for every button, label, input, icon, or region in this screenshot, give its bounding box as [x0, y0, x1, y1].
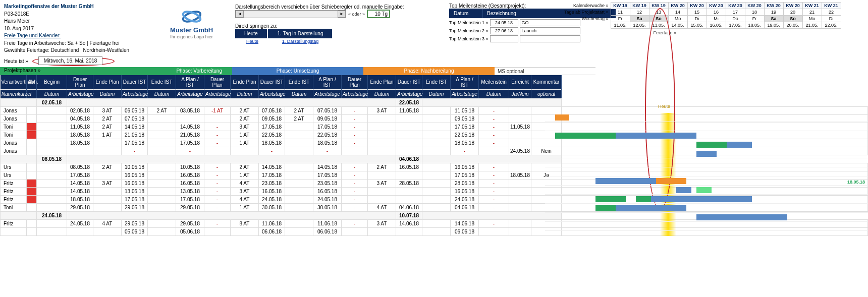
free-days-link[interactable]: Freie Tage und Kalender: — [4, 32, 148, 40]
scroll-left-icon[interactable]: ◄ — [236, 11, 244, 18]
gantt-bar — [651, 196, 752, 202]
holidays-text: Gewählte Feiertage: Deutschland | Nordrh… — [4, 47, 148, 54]
holidays-label: Feiertage » — [653, 30, 676, 35]
cal-cell: 20.05. — [783, 22, 802, 29]
milestone2-date[interactable] — [490, 27, 518, 34]
cal-cell: So — [649, 16, 668, 22]
cal-cell: KW 20 — [707, 3, 726, 9]
milestone3-label: Top Meilenstein 3 » — [449, 36, 489, 41]
free-days-text: Freie Tage in Arbeitswoche: Sa + So | Fe… — [4, 40, 148, 47]
project-code: P03-2018E — [4, 11, 148, 18]
cal-cell: 12 — [630, 9, 649, 16]
today-label: Heute ist » — [4, 58, 28, 64]
cal-cell: 11 — [611, 9, 630, 16]
cal-cell: Mo — [668, 16, 687, 22]
col-header: Erreicht — [509, 75, 531, 90]
cal-cell: KW 19 — [630, 3, 649, 9]
col-header: Δ Plan / IST — [313, 75, 342, 90]
phases-label: Projektphasen » — [4, 68, 40, 73]
view-scrollbar[interactable]: ◄ ► — [235, 10, 346, 18]
gantt-bar — [595, 205, 616, 211]
cal-cell: 16 — [707, 9, 726, 16]
cal-cell: So — [783, 16, 802, 22]
logo-subtext: Ihr eigenes Logo hier — [170, 34, 213, 39]
cal-cell: Sa — [630, 16, 649, 22]
phase-post: Phase: Nachbereitung — [363, 67, 495, 75]
firstday-link[interactable]: 1. Darstellungstag — [282, 39, 319, 44]
col-header: Dauer Plan — [67, 75, 93, 90]
cal-cell: Fr — [611, 16, 630, 22]
cal-cell: KW 20 — [726, 3, 745, 9]
col-header: Ende IST — [285, 75, 313, 90]
project-date: 10. Aug 2017 — [4, 25, 148, 33]
cal-cell: 20 — [783, 9, 802, 16]
days-input[interactable]: 10 Tg — [367, 10, 390, 18]
cal-cell: Sa — [764, 16, 783, 22]
cal-cell: KW 20 — [668, 3, 687, 9]
scroll-label: Darstellungsbereich verschieben über Sch… — [235, 4, 437, 10]
col-header: Dauer IST — [259, 75, 285, 90]
cal-cell: KW 19 — [649, 3, 668, 9]
today-link[interactable]: Heute — [246, 39, 258, 44]
project-title: Marketingoffensive der Muster GmbH — [4, 3, 148, 11]
cal-cell: KW 20 — [764, 3, 783, 9]
cal-cell: 22 — [822, 9, 841, 16]
cal-cell: Mi — [707, 16, 726, 22]
today-value: Mittwoch, 16. Mai. 2018 — [38, 56, 103, 65]
milestone1-date[interactable] — [490, 19, 518, 26]
milestone1-label: Top Meilenstein 1 » — [449, 20, 489, 25]
today-marker: Mittwoch, 16. Mai. 2018 — [32, 56, 115, 66]
gantt-bar — [696, 214, 787, 220]
cal-cell: KW 20 — [687, 3, 707, 9]
cal-cell: KW 21 — [822, 3, 841, 9]
gantt-bar — [696, 151, 717, 157]
gantt-bar — [656, 178, 686, 184]
cal-cell: 18.05. — [745, 22, 764, 29]
cal-cell: 19 — [764, 9, 783, 16]
cal-cell: KW 21 — [802, 3, 822, 9]
milestone3-date[interactable] — [490, 35, 518, 42]
gantt-bar — [595, 178, 656, 184]
cal-cell: Mo — [802, 16, 822, 22]
jump-label: Direkt springen zu: — [235, 23, 437, 29]
oder-label: « oder » — [348, 12, 365, 17]
col-header: Ende Plan — [368, 75, 396, 90]
cal-cell: Do — [726, 16, 745, 22]
cal-cell: 11.05. — [611, 22, 630, 29]
cal-cell: 13.05. — [649, 22, 668, 29]
gantt-bar — [616, 133, 696, 139]
cal-cell: 15.05. — [687, 22, 707, 29]
cal-cell: KW 20 — [745, 3, 764, 9]
gantt-bar — [555, 133, 616, 139]
col-header: Dauer IST — [396, 75, 422, 90]
cal-cell: KW 20 — [783, 3, 802, 9]
cal-cell: 16.05. — [707, 22, 726, 29]
col-header: Dauer IST — [122, 75, 148, 90]
milestone-marker: 18.05.18 — [847, 180, 865, 185]
milestone2-label: Top Meilenstein 2 » — [449, 28, 489, 33]
cal-cell: 14 — [668, 9, 687, 16]
cal-cell: Di — [822, 16, 841, 22]
col-header: Ende Plan — [231, 75, 259, 90]
milestone3-desc[interactable] — [520, 35, 580, 42]
col-header: Meilenstein — [479, 75, 509, 90]
cal-cell: 22.05. — [822, 22, 841, 29]
scroll-right-icon[interactable]: ► — [338, 11, 346, 18]
project-author: Hans Meier — [4, 18, 148, 25]
cal-cell: Fr — [745, 16, 764, 22]
jump-firstday-button[interactable]: 1. Tag in Darstellung — [268, 29, 332, 38]
calendar-header: Kalenderwoche »KW 19KW 19KW 19KW 20KW 20… — [545, 2, 868, 29]
col-header: Dauer Plan — [342, 75, 368, 90]
gantt-bar — [696, 142, 727, 148]
cal-cell: 17.05. — [726, 22, 745, 29]
cal-cell: 13 — [649, 9, 668, 16]
phase-ms-optional: MS optional — [495, 67, 595, 75]
col-header: Ende IST — [148, 75, 176, 90]
cal-cell: 19.05. — [764, 22, 783, 29]
cal-cell: 21 — [802, 9, 822, 16]
cal-cell: 15 — [687, 9, 707, 16]
jump-today-button[interactable]: Heute — [235, 29, 267, 38]
col-header: Ende IST — [422, 75, 451, 90]
col-header: Beginn — [37, 75, 67, 90]
cal-cell: 21.05. — [802, 22, 822, 29]
